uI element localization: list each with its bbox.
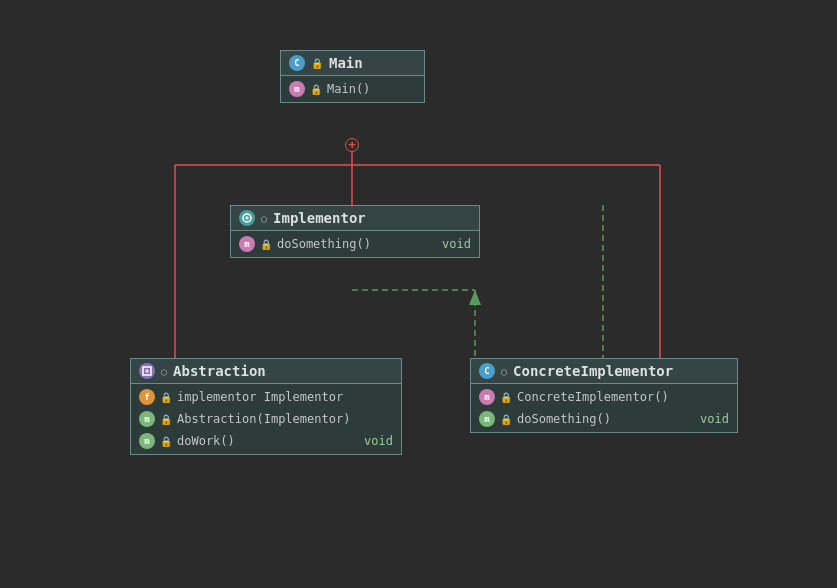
- implementor-row-1: m 🔒 doSomething() void: [231, 233, 479, 255]
- main-class-icon: C: [289, 55, 305, 71]
- concrete-title: ConcreteImplementor: [513, 363, 673, 379]
- implementor-class-icon: [239, 210, 255, 226]
- implementor-header: ○ Implementor: [231, 206, 479, 231]
- abstraction-ctor-lock: 🔒: [160, 414, 172, 425]
- concrete-stereotype: ○: [501, 366, 507, 377]
- abstraction-header: ○ Abstraction: [131, 359, 401, 384]
- main-box: C 🔒 Main m 🔒 Main(): [280, 50, 425, 103]
- abstraction-field-icon: f: [139, 389, 155, 405]
- concrete-ctor-icon: m: [479, 389, 495, 405]
- implementor-stereotype: ○: [261, 213, 267, 224]
- abstraction-field-lock: 🔒: [160, 392, 172, 403]
- abstraction-ctor-icon: m: [139, 411, 155, 427]
- concrete-ctor-lock: 🔒: [500, 392, 512, 403]
- main-method-text: Main(): [327, 82, 370, 96]
- abstraction-title: Abstraction: [173, 363, 266, 379]
- concrete-method-type: void: [700, 412, 729, 426]
- diagram-container: + C 🔒 Main m 🔒 Main() ○ Implementor m: [0, 0, 837, 588]
- implementor-method-text: doSomething(): [277, 237, 371, 251]
- concrete-box: C ○ ConcreteImplementor m 🔒 ConcreteImpl…: [470, 358, 738, 433]
- abstraction-body: f 🔒 implementor Implementor m 🔒 Abstract…: [131, 384, 401, 454]
- svg-marker-9: [469, 290, 481, 305]
- concrete-method-lock: 🔒: [500, 414, 512, 425]
- implementor-box: ○ Implementor m 🔒 doSomething() void: [230, 205, 480, 258]
- concrete-method-text: doSomething(): [517, 412, 611, 426]
- concrete-header: C ○ ConcreteImplementor: [471, 359, 737, 384]
- main-lock-icon: 🔒: [311, 58, 323, 69]
- concrete-body: m 🔒 ConcreteImplementor() m 🔒 doSomethin…: [471, 384, 737, 432]
- abstraction-method-lock: 🔒: [160, 436, 172, 447]
- implementor-method-icon: m: [239, 236, 255, 252]
- main-method-lock: 🔒: [310, 84, 322, 95]
- abstraction-field-text: implementor Implementor: [177, 390, 343, 404]
- abstraction-ctor-text: Abstraction(Implementor): [177, 412, 350, 426]
- concrete-class-icon: C: [479, 363, 495, 379]
- implementor-method-type: void: [442, 237, 471, 251]
- plus-connector: +: [345, 138, 359, 152]
- abstraction-class-icon: [139, 363, 155, 379]
- abstraction-stereotype: ○: [161, 366, 167, 377]
- abstraction-method-text: doWork(): [177, 434, 235, 448]
- abstraction-method-type: void: [364, 434, 393, 448]
- concrete-ctor-text: ConcreteImplementor(): [517, 390, 669, 404]
- main-title: Main: [329, 55, 363, 71]
- abstraction-row-3: m 🔒 doWork() void: [131, 430, 401, 452]
- concrete-method-icon: m: [479, 411, 495, 427]
- abstraction-row-1: f 🔒 implementor Implementor: [131, 386, 401, 408]
- implementor-title: Implementor: [273, 210, 366, 226]
- abstraction-box: ○ Abstraction f 🔒 implementor Implemento…: [130, 358, 402, 455]
- abstraction-method-icon: m: [139, 433, 155, 449]
- implementor-method-lock: 🔒: [260, 239, 272, 250]
- main-row-1: m 🔒 Main(): [281, 78, 424, 100]
- abstraction-row-2: m 🔒 Abstraction(Implementor): [131, 408, 401, 430]
- main-body: m 🔒 Main(): [281, 76, 424, 102]
- main-header: C 🔒 Main: [281, 51, 424, 76]
- implementor-body: m 🔒 doSomething() void: [231, 231, 479, 257]
- main-method-icon: m: [289, 81, 305, 97]
- concrete-row-2: m 🔒 doSomething() void: [471, 408, 737, 430]
- concrete-row-1: m 🔒 ConcreteImplementor(): [471, 386, 737, 408]
